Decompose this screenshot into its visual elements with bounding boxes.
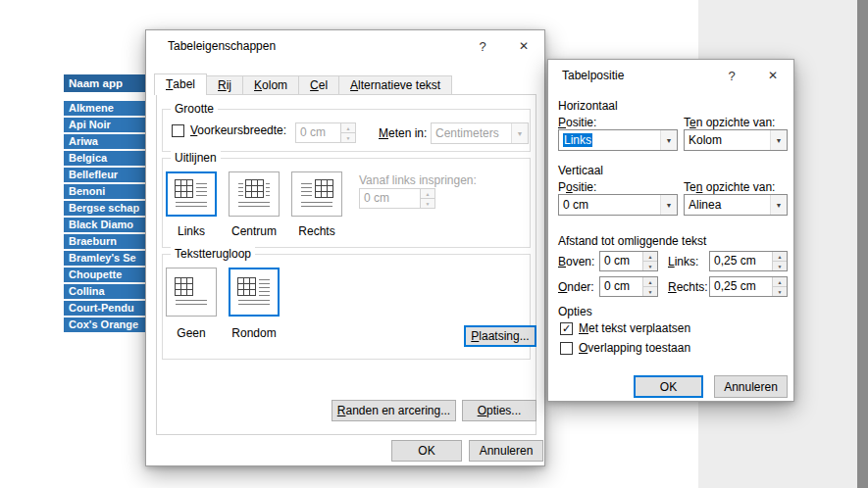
spin-up-icon[interactable]: ▲ bbox=[773, 277, 787, 286]
help-icon[interactable]: ? bbox=[462, 30, 503, 62]
table-row[interactable]: Cox's Orange bbox=[64, 317, 146, 334]
spin-down-icon: ▼ bbox=[341, 132, 355, 142]
table-row[interactable]: Bramley's Se bbox=[64, 251, 146, 268]
pref-width-spinner: 0 cm ▲ ▼ bbox=[295, 122, 356, 143]
distance-right-value[interactable]: 0,25 cm bbox=[710, 277, 772, 296]
checkbox-box[interactable] bbox=[172, 124, 184, 137]
move-with-text-label: Met tekst verplaatsen bbox=[579, 321, 690, 335]
table-row[interactable]: Court-Pendu bbox=[64, 301, 146, 317]
align-left-option[interactable] bbox=[166, 171, 217, 217]
table-row[interactable]: Collina bbox=[64, 284, 146, 301]
distance-left-value[interactable]: 0,25 cm bbox=[710, 252, 772, 270]
distance-bottom-spinner[interactable]: 0 cm ▲ ▼ bbox=[599, 276, 658, 297]
spin-up-icon[interactable]: ▲ bbox=[643, 252, 657, 261]
chevron-down-icon[interactable]: ▼ bbox=[770, 195, 787, 215]
align-center-option[interactable] bbox=[229, 171, 280, 217]
align-center-label: Centrum bbox=[229, 224, 280, 238]
options-section-label: Opties bbox=[558, 305, 592, 318]
spinner-arrows[interactable]: ▲ ▼ bbox=[642, 277, 657, 296]
distance-top-value[interactable]: 0 cm bbox=[600, 252, 642, 270]
spin-down-icon: ▼ bbox=[421, 198, 434, 208]
move-with-text-checkbox[interactable]: ✓ Met tekst verplaatsen bbox=[560, 321, 690, 335]
screen: { "colors": { "accent": "#0078d7", "tabl… bbox=[0, 0, 868, 488]
cancel-button[interactable]: Annuleren bbox=[714, 375, 788, 398]
table-row[interactable]: Api Noir bbox=[64, 118, 146, 134]
horizontal-section-label: Horizontaal bbox=[558, 99, 618, 113]
wrap-around-option[interactable] bbox=[229, 268, 280, 317]
spin-down-icon[interactable]: ▼ bbox=[643, 286, 657, 296]
spin-up-icon[interactable]: ▲ bbox=[773, 252, 787, 261]
allow-overlap-checkbox[interactable]: Overlapping toestaan bbox=[560, 341, 690, 355]
borders-shading-button[interactable]: Randen en arcering... bbox=[332, 400, 456, 421]
titlebar-buttons: ? ✕ bbox=[462, 30, 544, 62]
align-left-icon bbox=[174, 178, 209, 210]
measure-value: Centimeters bbox=[432, 123, 511, 143]
positioning-button[interactable]: Plaatsing... bbox=[464, 325, 536, 347]
table-row[interactable]: Alkmene bbox=[64, 101, 146, 118]
close-icon[interactable]: ✕ bbox=[752, 60, 793, 91]
wrap-around-icon bbox=[236, 276, 272, 308]
ok-button[interactable]: OK bbox=[634, 375, 703, 398]
spinner-arrows[interactable]: ▲ ▼ bbox=[772, 252, 787, 270]
tab-kolom[interactable]: Kolom bbox=[242, 75, 299, 95]
table-row[interactable]: Belgica bbox=[64, 151, 146, 168]
v-relative-combobox[interactable]: Alinea ▼ bbox=[684, 194, 788, 216]
h-relative-label: Ten opzichte van: bbox=[684, 116, 775, 129]
pref-width-checkbox[interactable]: Voorkeursbreedte: bbox=[172, 123, 286, 137]
spin-down-icon[interactable]: ▼ bbox=[773, 286, 787, 296]
table-row[interactable]: Bergse schap bbox=[64, 201, 146, 218]
table-header-cell[interactable]: Naam app bbox=[64, 74, 146, 94]
checkbox-box[interactable] bbox=[560, 342, 573, 355]
spin-up-icon[interactable]: ▲ bbox=[643, 277, 657, 286]
close-icon[interactable]: ✕ bbox=[503, 30, 544, 62]
distance-left-spinner[interactable]: 0,25 cm ▲ ▼ bbox=[709, 251, 788, 271]
h-relative-combobox[interactable]: Kolom ▼ bbox=[684, 129, 788, 151]
spin-down-icon[interactable]: ▼ bbox=[773, 261, 787, 270]
cancel-button[interactable]: Annuleren bbox=[469, 440, 543, 462]
tab-cel[interactable]: Cel bbox=[298, 75, 339, 95]
spinner-arrows[interactable]: ▲ ▼ bbox=[772, 277, 787, 296]
chevron-down-icon[interactable]: ▼ bbox=[770, 130, 787, 150]
ok-button[interactable]: OK bbox=[391, 440, 462, 462]
v-relative-value: Alinea bbox=[685, 195, 770, 215]
help-icon[interactable]: ? bbox=[711, 60, 752, 91]
table-position-dialog: Tabelpositie ? ✕ Horizontaal Positie: Te… bbox=[547, 59, 794, 402]
spin-up-icon: ▲ bbox=[421, 189, 434, 198]
dialog-titlebar[interactable]: Tabelpositie ? ✕ bbox=[548, 60, 793, 91]
spin-down-icon[interactable]: ▼ bbox=[643, 261, 657, 270]
table-row[interactable]: Choupette bbox=[64, 268, 146, 284]
chevron-down-icon[interactable]: ▼ bbox=[660, 195, 677, 215]
chevron-down-icon[interactable]: ▼ bbox=[660, 130, 677, 150]
dialog-title: Tabeleigenschappen bbox=[146, 39, 276, 53]
chevron-down-icon: ▼ bbox=[511, 123, 528, 143]
options-button[interactable]: Opties... bbox=[462, 400, 536, 421]
align-right-option[interactable] bbox=[291, 171, 342, 217]
distance-right-spinner[interactable]: 0,25 cm ▲ ▼ bbox=[709, 276, 788, 297]
table-row[interactable]: Bellefleur bbox=[64, 168, 146, 184]
table-row[interactable]: Benoni bbox=[64, 184, 146, 201]
spinner-arrows[interactable]: ▲ ▼ bbox=[642, 252, 657, 270]
v-position-combobox[interactable]: 0 cm ▼ bbox=[558, 194, 678, 216]
h-position-combobox[interactable]: Links ▼ bbox=[558, 129, 678, 151]
window-edge-strip bbox=[857, 0, 868, 488]
tab-rij[interactable]: Rij bbox=[206, 75, 243, 95]
tab-strip: Tabel Rij Kolom Cel Alternatieve tekst bbox=[154, 73, 452, 95]
checkbox-box[interactable]: ✓ bbox=[560, 322, 573, 335]
wrap-around-label: Rondom bbox=[229, 326, 280, 340]
wrap-none-option[interactable] bbox=[166, 268, 217, 317]
distance-bottom-value[interactable]: 0 cm bbox=[600, 277, 642, 296]
size-group-label: Grootte bbox=[171, 102, 218, 116]
align-center-icon bbox=[236, 178, 272, 210]
distance-top-label: Boven: bbox=[558, 255, 594, 268]
table-row[interactable]: Black Diamo bbox=[64, 218, 146, 234]
table-row[interactable]: Braeburn bbox=[64, 234, 146, 251]
tab-alternatieve-tekst[interactable]: Alternatieve tekst bbox=[338, 75, 452, 95]
titlebar-buttons: ? ✕ bbox=[711, 60, 793, 91]
distance-top-spinner[interactable]: 0 cm ▲ ▼ bbox=[599, 251, 658, 271]
distance-bottom-label: Onder: bbox=[558, 280, 594, 294]
allow-overlap-label: Overlapping toestaan bbox=[579, 341, 690, 355]
align-right-icon bbox=[299, 178, 334, 210]
table-row[interactable]: Ariwa bbox=[64, 134, 146, 151]
dialog-titlebar[interactable]: Tabeleigenschappen ? ✕ bbox=[146, 30, 544, 62]
tab-tabel[interactable]: Tabel bbox=[154, 73, 207, 95]
